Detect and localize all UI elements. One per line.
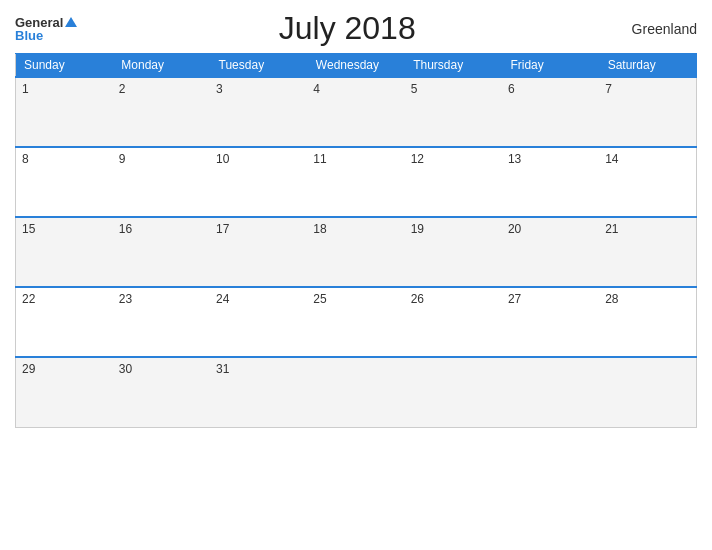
logo: General Blue [15, 16, 77, 42]
weekday-header-row: SundayMondayTuesdayWednesdayThursdayFrid… [16, 54, 697, 78]
day-number: 30 [119, 362, 132, 376]
calendar-cell: 29 [16, 357, 113, 427]
calendar-cell [307, 357, 404, 427]
day-number: 25 [313, 292, 326, 306]
day-number: 14 [605, 152, 618, 166]
day-number: 7 [605, 82, 612, 96]
day-number: 31 [216, 362, 229, 376]
day-number: 21 [605, 222, 618, 236]
weekday-header-sunday: Sunday [16, 54, 113, 78]
month-title: July 2018 [77, 10, 617, 47]
day-number: 15 [22, 222, 35, 236]
week-row-1: 1234567 [16, 77, 697, 147]
week-row-5: 293031 [16, 357, 697, 427]
calendar-cell: 2 [113, 77, 210, 147]
weekday-header-thursday: Thursday [405, 54, 502, 78]
region-label: Greenland [617, 21, 697, 37]
calendar-cell: 8 [16, 147, 113, 217]
week-row-4: 22232425262728 [16, 287, 697, 357]
day-number: 4 [313, 82, 320, 96]
calendar-cell [405, 357, 502, 427]
calendar-body: 1234567891011121314151617181920212223242… [16, 77, 697, 427]
calendar-cell: 16 [113, 217, 210, 287]
calendar-cell: 18 [307, 217, 404, 287]
calendar-cell: 11 [307, 147, 404, 217]
day-number: 13 [508, 152, 521, 166]
logo-blue-text: Blue [15, 29, 43, 42]
day-number: 27 [508, 292, 521, 306]
day-number: 20 [508, 222, 521, 236]
day-number: 23 [119, 292, 132, 306]
day-number: 2 [119, 82, 126, 96]
calendar-cell: 25 [307, 287, 404, 357]
day-number: 16 [119, 222, 132, 236]
calendar-cell: 3 [210, 77, 307, 147]
calendar-cell: 19 [405, 217, 502, 287]
day-number: 24 [216, 292, 229, 306]
calendar-table: SundayMondayTuesdayWednesdayThursdayFrid… [15, 53, 697, 428]
calendar-cell: 30 [113, 357, 210, 427]
day-number: 28 [605, 292, 618, 306]
calendar-cell: 24 [210, 287, 307, 357]
calendar-cell [502, 357, 599, 427]
day-number: 8 [22, 152, 29, 166]
day-number: 18 [313, 222, 326, 236]
weekday-header-friday: Friday [502, 54, 599, 78]
day-number: 26 [411, 292, 424, 306]
weekday-header-monday: Monday [113, 54, 210, 78]
calendar-header: General Blue July 2018 Greenland [15, 10, 697, 47]
calendar-cell: 1 [16, 77, 113, 147]
day-number: 5 [411, 82, 418, 96]
calendar-cell: 27 [502, 287, 599, 357]
logo-triangle-icon [65, 17, 77, 27]
calendar-cell: 23 [113, 287, 210, 357]
calendar-cell: 7 [599, 77, 696, 147]
calendar-cell: 13 [502, 147, 599, 217]
day-number: 1 [22, 82, 29, 96]
day-number: 19 [411, 222, 424, 236]
calendar-cell: 4 [307, 77, 404, 147]
day-number: 22 [22, 292, 35, 306]
calendar-cell: 31 [210, 357, 307, 427]
calendar-cell: 5 [405, 77, 502, 147]
calendar-cell: 15 [16, 217, 113, 287]
calendar-cell: 21 [599, 217, 696, 287]
day-number: 10 [216, 152, 229, 166]
day-number: 12 [411, 152, 424, 166]
weekday-header-saturday: Saturday [599, 54, 696, 78]
calendar-cell: 12 [405, 147, 502, 217]
calendar-cell: 17 [210, 217, 307, 287]
weekday-header-tuesday: Tuesday [210, 54, 307, 78]
day-number: 29 [22, 362, 35, 376]
calendar-cell: 28 [599, 287, 696, 357]
weekday-header-wednesday: Wednesday [307, 54, 404, 78]
calendar-cell: 22 [16, 287, 113, 357]
day-number: 6 [508, 82, 515, 96]
calendar-cell: 20 [502, 217, 599, 287]
calendar-cell [599, 357, 696, 427]
calendar-cell: 9 [113, 147, 210, 217]
week-row-2: 891011121314 [16, 147, 697, 217]
calendar-cell: 26 [405, 287, 502, 357]
calendar-cell: 10 [210, 147, 307, 217]
calendar-cell: 6 [502, 77, 599, 147]
day-number: 9 [119, 152, 126, 166]
calendar-container: General Blue July 2018 Greenland SundayM… [0, 0, 712, 550]
calendar-cell: 14 [599, 147, 696, 217]
day-number: 17 [216, 222, 229, 236]
week-row-3: 15161718192021 [16, 217, 697, 287]
day-number: 3 [216, 82, 223, 96]
day-number: 11 [313, 152, 326, 166]
logo-general-text: General [15, 16, 63, 29]
